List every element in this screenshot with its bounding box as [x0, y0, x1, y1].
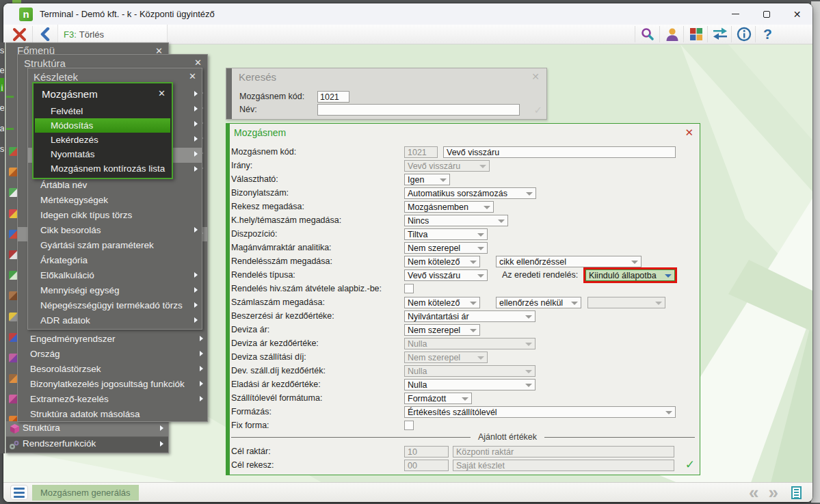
- cube-icon: [10, 423, 20, 434]
- form-accent-bar: [226, 124, 230, 475]
- help-button[interactable]: ?: [756, 25, 780, 44]
- mozgasnem-menu-item[interactable]: Nyomtatás: [35, 147, 170, 161]
- form-select[interactable]: Tiltva: [404, 228, 488, 240]
- mozgasnem-menu-close-icon[interactable]: ✕: [158, 88, 166, 98]
- form-select-highlighted[interactable]: Kiinduló állapotba: [585, 269, 675, 281]
- abort-button[interactable]: [8, 25, 31, 44]
- form-select[interactable]: Nem szerepel: [404, 242, 488, 254]
- dropdown-arrow-icon: [477, 233, 484, 237]
- fomenu-item-struktura[interactable]: Struktúra: [6, 421, 168, 436]
- form-select[interactable]: Nincs: [404, 215, 508, 226]
- mozgasnem-menu-item[interactable]: Mozgásnem kontírozás lista: [35, 161, 170, 176]
- main-toolbar: F3: Törlés: [3, 25, 812, 44]
- struktura-item[interactable]: Ország: [18, 347, 207, 362]
- struktura-item[interactable]: Bizonylatkezelés jogosultság funkciók: [18, 377, 207, 392]
- fomenu-item-rendszerfunkciok[interactable]: Rendszerfunkciók: [6, 437, 168, 452]
- statusbar: Mozgásnem generálás « »: [3, 482, 812, 502]
- search-field-input[interactable]: [317, 104, 520, 116]
- minimize-button[interactable]: [720, 3, 751, 25]
- keszletek-item[interactable]: Népegészségügyi termékadó törzs: [28, 298, 202, 313]
- keszletek-item[interactable]: Mennyiségi egység: [28, 283, 202, 298]
- search-button[interactable]: [635, 25, 659, 44]
- form-select[interactable]: ellenőrzés nélkül: [496, 297, 581, 308]
- form-select[interactable]: cikk ellenőrzéssel: [496, 256, 642, 267]
- keszletek-item[interactable]: Cikk besorolás: [28, 223, 202, 238]
- form-select[interactable]: Vevő visszáru: [404, 269, 488, 281]
- keszletek-item[interactable]: Előkalkuláció: [28, 268, 202, 283]
- menu-hamburger-button[interactable]: [10, 485, 28, 500]
- f3-delete-button[interactable]: F3: Törlés: [57, 25, 168, 44]
- form-select[interactable]: Értékesítés szállítólevél: [404, 406, 676, 418]
- mozgasnem-menu-item[interactable]: Módosítás: [35, 118, 170, 133]
- form-input[interactable]: 10: [404, 446, 449, 457]
- back-button[interactable]: [34, 25, 57, 44]
- struktura-item[interactable]: Struktúra adatok másolása: [18, 407, 207, 422]
- form-select[interactable]: Nulla: [404, 365, 535, 377]
- form-select[interactable]: Nyilvántartási ár: [404, 310, 535, 322]
- form-select[interactable]: Mozgásnemben: [404, 201, 494, 213]
- keszletek-item[interactable]: Mértékegységek: [28, 193, 202, 208]
- fomenu-item-label: Struktúra: [23, 423, 60, 433]
- document-list-icon[interactable]: [791, 486, 802, 499]
- keszletek-close-icon[interactable]: ✕: [189, 71, 196, 81]
- next-page-button[interactable]: »: [769, 482, 777, 502]
- struktura-item[interactable]: Besorolástörzsek: [18, 362, 207, 377]
- struktura-close-icon[interactable]: ✕: [194, 57, 202, 68]
- close-button[interactable]: ✕: [782, 3, 812, 25]
- form-input[interactable]: 1021: [404, 146, 438, 158]
- form-select[interactable]: [587, 297, 665, 308]
- form-select[interactable]: Igen: [404, 174, 450, 185]
- modules-button[interactable]: [684, 25, 708, 44]
- dropdown-arrow-icon: [440, 178, 447, 182]
- form-select[interactable]: Vevő visszáru: [404, 160, 490, 172]
- hamburger-icon: [14, 488, 25, 490]
- form-ok-icon[interactable]: ✓: [685, 457, 695, 472]
- form-select[interactable]: Nem szerepel: [404, 352, 488, 363]
- search-panel-close-icon[interactable]: ✕: [531, 71, 540, 82]
- keszletek-item[interactable]: Gyártási szám paraméterek: [28, 238, 202, 253]
- keszletek-item[interactable]: Idegen cikk típus törzs: [28, 208, 202, 223]
- search-field-input[interactable]: 1021: [317, 91, 349, 103]
- prev-page-button[interactable]: «: [749, 482, 757, 502]
- form-row-label: Eladási ár kezdőértéke:: [231, 380, 321, 389]
- mozgasnem-menu-item[interactable]: Felvétel: [35, 104, 170, 118]
- form-checkbox[interactable]: [404, 284, 414, 293]
- form-input[interactable]: Vevő visszáru: [443, 146, 676, 158]
- form-row-label: Formázás:: [231, 407, 272, 416]
- form-input[interactable]: Központi raktár: [453, 446, 674, 457]
- keszletek-item-label: Idegen cikk típus törzs: [40, 210, 132, 220]
- user-button[interactable]: [660, 25, 684, 44]
- form-checkbox[interactable]: [404, 421, 414, 430]
- search-field-label: Mozgásnem kód:: [239, 92, 304, 101]
- info-button[interactable]: [732, 25, 756, 44]
- task-tab[interactable]: Mozgásnem generálás: [32, 485, 139, 501]
- form-select[interactable]: Nulla: [404, 379, 535, 390]
- mozgasnem-menu-item[interactable]: Lekérdezés: [35, 133, 170, 147]
- keszletek-item[interactable]: ADR adatok: [28, 313, 202, 328]
- form-row-label: Rendelés hiv.szám átvétele alapbiz.-be:: [231, 284, 382, 293]
- struktura-item[interactable]: Extramező-kezelés: [18, 392, 207, 407]
- form-select[interactable]: Nem kötelező: [404, 256, 480, 267]
- switch-company-button[interactable]: [708, 25, 732, 44]
- form-select[interactable]: Automatikus sorszámozás: [404, 187, 536, 199]
- form-input[interactable]: 00: [404, 460, 449, 471]
- keszletek-item[interactable]: Árkategória: [28, 253, 202, 268]
- form-row-label: Választható:: [231, 174, 278, 184]
- struktura-item[interactable]: Engedményrendszer: [18, 332, 207, 347]
- submenu-arrow-icon: [160, 425, 163, 431]
- maximize-button[interactable]: [751, 3, 782, 25]
- form-select[interactable]: Nulla: [404, 338, 535, 349]
- sliver-text-fragment: i: [0, 83, 5, 93]
- struktura-item-label: Ország: [30, 349, 60, 359]
- dropdown-arrow-icon: [498, 220, 505, 223]
- user-icon: [665, 27, 680, 42]
- form-input[interactable]: Saját készlet: [453, 460, 674, 471]
- form-close-icon[interactable]: ✕: [685, 127, 693, 139]
- app-logo-icon: n: [19, 8, 33, 21]
- form-row-label: Deviza szállítási díj:: [231, 352, 306, 362]
- search-ok-icon[interactable]: ✓: [533, 104, 542, 116]
- form-select[interactable]: Nem szerepel: [404, 324, 480, 336]
- keszletek-item[interactable]: Ártábla név: [28, 178, 202, 193]
- form-select[interactable]: Formázott: [404, 393, 472, 404]
- form-select[interactable]: Nem kötelező: [404, 297, 480, 308]
